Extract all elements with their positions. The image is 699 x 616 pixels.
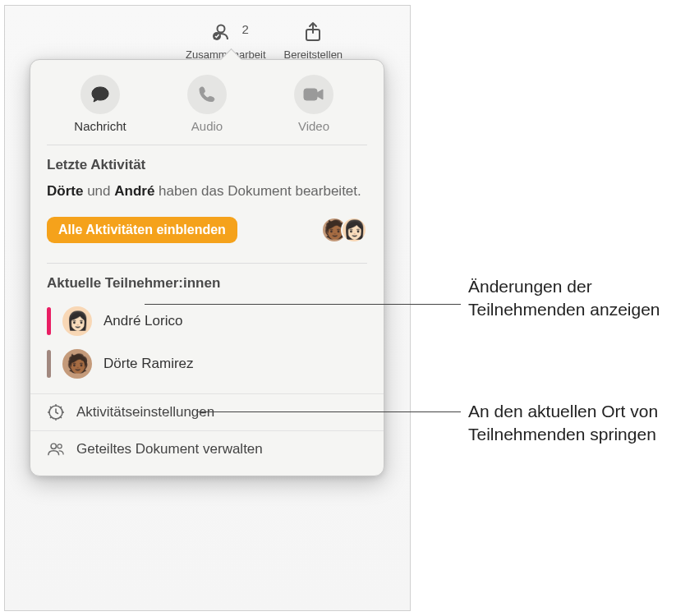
activity-name-2: André [114, 183, 154, 199]
recent-activity-heading: Letzte Aktivität [47, 157, 367, 173]
recent-activity-text: Dörte und André haben das Dokument bearb… [47, 182, 367, 202]
video-icon [302, 86, 325, 103]
participant-name: André Lorico [103, 313, 182, 329]
share-icon [304, 21, 322, 43]
communication-tabs: Nachricht Audio Video [47, 75, 367, 145]
participant-name: Dörte Ramirez [103, 356, 194, 372]
recent-activity-section: Letzte Aktivität Dörte und André haben d… [30, 145, 384, 251]
callout-line [145, 304, 461, 305]
phone-icon [197, 85, 217, 104]
svg-rect-3 [304, 89, 317, 100]
audio-label: Audio [191, 119, 223, 133]
collaboration-popover: Nachricht Audio Video Letzte Aktivität D… [30, 59, 384, 476]
callout-changes: Änderungen der Teilnehmenden anzeigen [468, 275, 682, 322]
video-tab[interactable]: Video [260, 75, 367, 133]
message-label: Nachricht [74, 119, 126, 133]
participants-heading: Aktuelle Teilnehmer:innen [47, 275, 367, 292]
collaboration-count: 2 [241, 22, 248, 36]
audio-tab[interactable]: Audio [154, 75, 260, 133]
avatar: 👩🏻 [341, 217, 367, 243]
avatar: 🧑🏾 [62, 349, 92, 379]
message-tab[interactable]: Nachricht [47, 75, 154, 133]
avatar: 👩🏻 [62, 306, 92, 336]
activity-suffix: haben das Dokument bearbeitet. [159, 183, 361, 199]
manage-shared-label: Geteiltes Dokument verwalten [76, 441, 263, 457]
gear-clock-icon [47, 403, 65, 421]
participants-section: Aktuelle Teilnehmer:innen 👩🏻 André Loric… [30, 264, 384, 393]
cursor-indicator [47, 307, 51, 335]
video-label: Video [298, 119, 329, 133]
callout-jump: An den aktuellen Ort von Teilnehmenden s… [468, 400, 682, 447]
callout-line [197, 411, 461, 412]
cursor-indicator [47, 350, 51, 378]
activity-and: und [87, 183, 110, 199]
show-all-activity-button[interactable]: Alle Aktivitäten einblenden [47, 217, 237, 243]
message-icon [90, 85, 111, 104]
participant-row[interactable]: 🧑🏾 Dörte Ramirez [47, 342, 367, 385]
people-icon [47, 441, 65, 457]
collaboration-icon [212, 21, 240, 43]
svg-point-0 [217, 25, 224, 33]
manage-shared-button[interactable]: Geteiltes Dokument verwalten [30, 430, 384, 467]
activity-settings-label: Aktivitätseinstellungen [76, 404, 214, 421]
activity-avatar-stack[interactable]: 🧑🏾 👩🏻 [321, 217, 367, 243]
participant-row[interactable]: 👩🏻 André Lorico [47, 300, 367, 342]
svg-point-5 [51, 444, 56, 448]
activity-name-1: Dörte [47, 183, 83, 199]
svg-point-6 [57, 444, 62, 448]
